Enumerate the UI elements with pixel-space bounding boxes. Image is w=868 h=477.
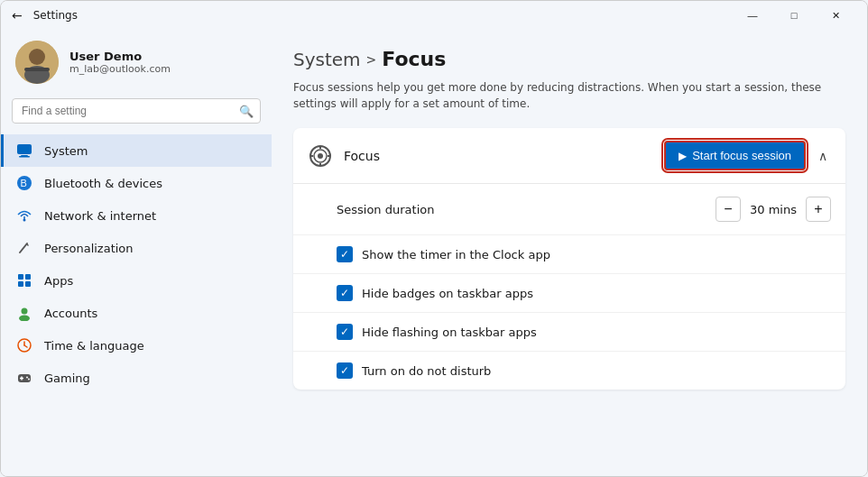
checkbox-row-clock: ✓ Show the timer in the Clock app (293, 235, 845, 274)
personalization-icon (15, 239, 33, 257)
checkmark-clock: ✓ (340, 248, 349, 261)
sidebar-item-network[interactable]: Network & internet (1, 199, 272, 232)
svg-point-9 (23, 219, 26, 222)
sidebar-item-apps[interactable]: Apps (1, 264, 272, 297)
system-icon (15, 142, 33, 160)
panel-header: Focus ▶ Start focus session ∧ (293, 128, 845, 184)
play-icon: ▶ (679, 150, 687, 162)
checkmark-badges: ✓ (340, 287, 349, 299)
checkbox-flashing[interactable]: ✓ (337, 324, 353, 340)
accounts-icon (15, 304, 33, 322)
checkbox-label-badges: Hide badges on taskbar apps (362, 287, 533, 300)
sidebar-item-label-gaming: Gaming (44, 372, 90, 385)
checkbox-label-dnd: Turn on do not disturb (362, 364, 491, 378)
title-bar: ← Settings — □ ✕ (1, 1, 867, 30)
svg-rect-6 (19, 156, 30, 158)
settings-window: ← Settings — □ ✕ User Demo (0, 0, 868, 477)
svg-line-20 (24, 345, 27, 347)
maximize-button[interactable]: □ (773, 1, 815, 30)
sidebar-item-label-apps: Apps (44, 274, 73, 288)
breadcrumb-separator: > (366, 52, 377, 67)
gaming-icon (15, 369, 33, 387)
checkmark-dnd: ✓ (340, 364, 349, 377)
sidebar-item-bluetooth[interactable]: B Bluetooth & devices (1, 167, 272, 199)
user-info: User Demo m_lab@outlook.com (69, 50, 171, 75)
svg-rect-3 (24, 68, 50, 71)
sidebar-item-label-accounts: Accounts (44, 307, 97, 320)
checkbox-dnd[interactable]: ✓ (337, 362, 353, 379)
checkbox-badges[interactable]: ✓ (337, 285, 353, 301)
window-title: Settings (33, 9, 78, 22)
session-duration-row: Session duration − 30 mins + (293, 184, 845, 235)
user-email: m_lab@outlook.com (69, 63, 171, 75)
checkbox-label-flashing: Hide flashing on taskbar apps (362, 326, 537, 339)
svg-rect-13 (25, 274, 31, 280)
checkbox-clock[interactable]: ✓ (337, 246, 353, 262)
sidebar-item-label-network: Network & internet (44, 209, 156, 223)
close-button[interactable]: ✕ (815, 1, 856, 30)
page-description: Focus sessions help you get more done by… (293, 79, 835, 112)
breadcrumb-current: Focus (382, 48, 446, 70)
checkmark-flashing: ✓ (340, 326, 349, 338)
sidebar-item-label-bluetooth: Bluetooth & devices (44, 177, 162, 190)
search-input[interactable] (12, 98, 261, 124)
svg-point-25 (28, 379, 30, 381)
sidebar-item-label-personalization: Personalization (44, 242, 134, 255)
checkbox-row-dnd: ✓ Turn on do not disturb (293, 352, 845, 390)
panel-title: Focus (344, 149, 380, 163)
svg-rect-4 (17, 144, 32, 154)
back-arrow-icon[interactable]: ← (12, 8, 23, 23)
focus-icon (308, 143, 333, 169)
user-profile: User Demo m_lab@outlook.com (1, 30, 272, 98)
svg-point-24 (26, 377, 28, 379)
content-area: User Demo m_lab@outlook.com 🔍 System (1, 30, 867, 476)
title-bar-left: ← Settings (12, 8, 78, 23)
main-content: System > Focus Focus sessions help you g… (272, 30, 867, 476)
sidebar-item-time[interactable]: Time & language (1, 329, 272, 362)
checkbox-row-flashing: ✓ Hide flashing on taskbar apps (293, 313, 845, 352)
bluetooth-icon: B (15, 174, 33, 192)
svg-line-10 (20, 243, 27, 252)
duration-number: 30 (750, 203, 765, 216)
avatar (15, 41, 59, 84)
breadcrumb: System > Focus (293, 48, 845, 70)
sidebar-item-gaming[interactable]: Gaming (1, 362, 272, 394)
sidebar-item-label-system: System (44, 144, 88, 158)
time-icon (15, 336, 33, 354)
checkbox-row-badges: ✓ Hide badges on taskbar apps (293, 274, 845, 313)
svg-rect-15 (25, 281, 31, 287)
sidebar-item-label-time: Time & language (44, 339, 144, 353)
collapse-button[interactable]: ∧ (815, 145, 831, 167)
search-box: 🔍 (12, 98, 261, 124)
duration-value: 30 mins (750, 203, 797, 216)
minimize-button[interactable]: — (732, 1, 773, 30)
duration-decrease-button[interactable]: − (716, 197, 741, 222)
svg-rect-14 (18, 281, 23, 287)
svg-point-28 (318, 153, 323, 159)
user-name: User Demo (69, 50, 171, 63)
network-icon (15, 206, 33, 225)
sidebar-item-accounts[interactable]: Accounts (1, 297, 272, 329)
svg-text:B: B (21, 178, 27, 188)
panel-header-left: Focus (308, 143, 380, 169)
duration-increase-button[interactable]: + (806, 197, 831, 222)
svg-point-1 (29, 49, 45, 65)
svg-rect-12 (18, 274, 23, 280)
sidebar-item-system[interactable]: System (1, 134, 272, 167)
start-focus-button[interactable]: ▶ Start focus session (664, 141, 806, 170)
checkbox-label-clock: Show the timer in the Clock app (362, 248, 550, 261)
duration-unit: mins (769, 203, 797, 216)
window-controls: — □ ✕ (732, 1, 856, 30)
breadcrumb-parent: System (293, 49, 361, 70)
apps-icon (15, 271, 33, 289)
search-icon: 🔍 (239, 105, 254, 118)
sidebar: User Demo m_lab@outlook.com 🔍 System (1, 30, 272, 476)
sidebar-item-personalization[interactable]: Personalization (1, 232, 272, 264)
svg-point-16 (22, 308, 28, 315)
settings-panel: Focus ▶ Start focus session ∧ Session du… (293, 128, 845, 390)
svg-point-17 (19, 316, 30, 322)
panel-header-right: ▶ Start focus session ∧ (664, 141, 831, 170)
duration-control: − 30 mins + (716, 197, 831, 222)
session-duration-label: Session duration (337, 203, 434, 216)
start-focus-label: Start focus session (692, 149, 791, 162)
